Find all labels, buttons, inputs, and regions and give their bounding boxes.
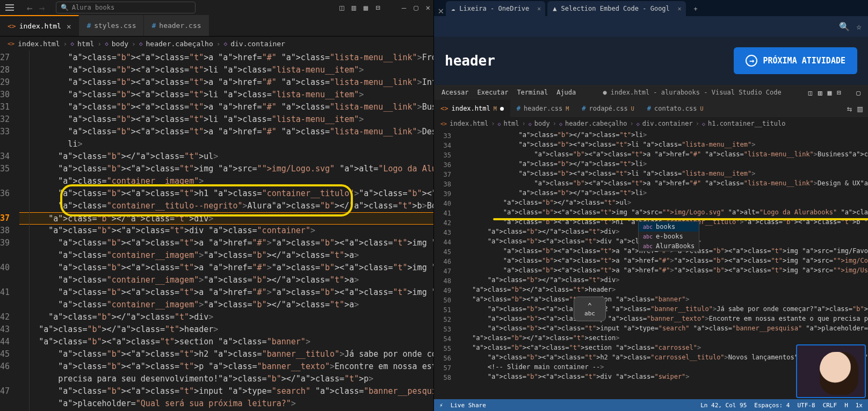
- favicon: ▲: [553, 5, 556, 12]
- vsc-breadcrumb[interactable]: <>index.html›◇html›◇body›◇header.cabeçal…: [434, 117, 868, 130]
- browser-tabs: ✕ ☁Lixeira - OneDrive✕▲Selection Embed C…: [434, 0, 868, 16]
- browser-tab[interactable]: ☁Lixeira - OneDrive✕: [446, 1, 545, 16]
- menu-icon[interactable]: [3, 2, 16, 13]
- menu-item[interactable]: Executar: [478, 89, 509, 96]
- eol[interactable]: CRLF: [823, 402, 837, 409]
- zoom-icon[interactable]: 🔍: [839, 21, 850, 32]
- layout-icon[interactable]: ▥: [351, 3, 356, 12]
- layout-icon[interactable]: ⊟: [837, 89, 841, 97]
- layout-icon[interactable]: ▦: [364, 3, 368, 12]
- course-title: header: [445, 53, 495, 69]
- minimize-icon[interactable]: —: [402, 3, 406, 12]
- close-icon[interactable]: ✕: [537, 5, 541, 12]
- remote-icon[interactable]: ⚡: [439, 402, 443, 409]
- arrow-right-icon: →: [746, 55, 757, 67]
- layout-icon[interactable]: ◫: [339, 3, 344, 12]
- command-search[interactable]: 🔍 Alura books: [56, 2, 196, 13]
- browser-tab[interactable]: ▲Selection Embed Code - Googl✕: [547, 1, 686, 16]
- layout-icon[interactable]: ▥: [818, 89, 822, 97]
- webcam-overlay: [796, 344, 866, 398]
- tab-close-current[interactable]: ✕: [436, 5, 446, 16]
- left-vscode-window: ← → 🔍 Alura books ◫ ▥ ▦ ⊟ — ▢ ✕ <>index.…: [0, 0, 434, 411]
- vsc-menubar: AcessarExecutarTerminalAjuda ● index.htm…: [434, 85, 868, 100]
- search-text: Alura books: [72, 4, 114, 11]
- suggestion-item[interactable]: abce-books: [639, 232, 699, 241]
- cursor-position[interactable]: Ln 42, Col 95: [700, 402, 747, 409]
- editor-tab[interactable]: #contato.cssU: [641, 100, 710, 117]
- editor-tab[interactable]: #rodapé.cssU: [575, 100, 641, 117]
- new-tab-button[interactable]: ＋: [688, 1, 703, 16]
- menu-item[interactable]: Ajuda: [556, 89, 576, 96]
- titlebar: ← → 🔍 Alura books ◫ ▥ ▦ ⊟ — ▢ ✕: [0, 0, 433, 15]
- compare-icon[interactable]: ⇆: [847, 104, 852, 114]
- lang[interactable]: H: [844, 402, 848, 409]
- live-share[interactable]: Live Share: [451, 402, 486, 409]
- suggestion-item[interactable]: abcAluraBooks: [639, 241, 699, 251]
- hint-tooltip: ⌃ abc: [574, 297, 606, 321]
- encoding[interactable]: UTF-8: [798, 402, 815, 409]
- spaces[interactable]: Espaços: 4: [754, 402, 790, 409]
- forward-icon[interactable]: →: [39, 2, 45, 13]
- vsc-window-title: ● index.html - alurabooks - Visual Studi…: [603, 89, 781, 96]
- close-icon[interactable]: ✕: [426, 3, 430, 12]
- vsc-tabs: <>index.htmlM#header.cssM#rodapé.cssU#co…: [434, 100, 868, 117]
- editor-tab[interactable]: #styles.css: [79, 15, 144, 36]
- editor-tab[interactable]: <>index.htmlM: [434, 100, 510, 117]
- search-icon: 🔍: [61, 4, 69, 11]
- right-browser-window: ✕ ☁Lixeira - OneDrive✕▲Selection Embed C…: [434, 0, 868, 411]
- layout-icon[interactable]: ⊟: [375, 3, 380, 12]
- nav-arrows: ← →: [16, 2, 56, 13]
- layout-icon[interactable]: ◫: [808, 89, 813, 97]
- address-bar: 🔍 ☆: [434, 16, 868, 37]
- breadcrumb[interactable]: <>index.html›◇html›◇body›◇header.cabeçal…: [0, 37, 433, 51]
- code-editor[interactable]: 2728293031323334353637383940414243444546…: [0, 51, 433, 411]
- maximize-icon[interactable]: ▢: [414, 3, 418, 12]
- close-icon[interactable]: ✕: [678, 5, 682, 12]
- suggestion-item[interactable]: abcbooks: [639, 222, 699, 232]
- maximize-icon[interactable]: ▢: [856, 89, 860, 97]
- star-icon[interactable]: ☆: [856, 21, 862, 32]
- course-header: header → PRÓXIMA ATIVIDADE: [434, 37, 868, 85]
- editor-tab[interactable]: #header.css: [144, 15, 209, 36]
- editor-tab[interactable]: <>index.html✕: [0, 15, 79, 36]
- back-icon[interactable]: ←: [27, 2, 33, 13]
- favicon: ☁: [451, 5, 455, 12]
- status-bar: ⚡ Live Share Ln 42, Col 95 Espaços: 4 UT…: [434, 399, 868, 411]
- next-activity-button[interactable]: → PRÓXIMA ATIVIDADE: [734, 47, 857, 74]
- modified-dot: [500, 107, 504, 111]
- editor-tabs: <>index.html✕#styles.css#header.css: [0, 15, 433, 37]
- next-label: PRÓXIMA ATIVIDADE: [763, 56, 845, 66]
- split-icon[interactable]: ▥: [857, 104, 863, 114]
- menu-item[interactable]: Terminal: [517, 89, 548, 96]
- layout-icon[interactable]: ▦: [828, 89, 832, 97]
- editor-tab[interactable]: #header.cssM: [510, 100, 576, 117]
- zoom[interactable]: 1x: [856, 402, 863, 409]
- intellisense-popup[interactable]: abcbooksabce-booksabcAluraBooks: [638, 221, 699, 251]
- close-icon[interactable]: ✕: [67, 22, 71, 31]
- embedded-vscode: AcessarExecutarTerminalAjuda ● index.htm…: [434, 85, 868, 411]
- menu-item[interactable]: Acessar: [442, 89, 469, 96]
